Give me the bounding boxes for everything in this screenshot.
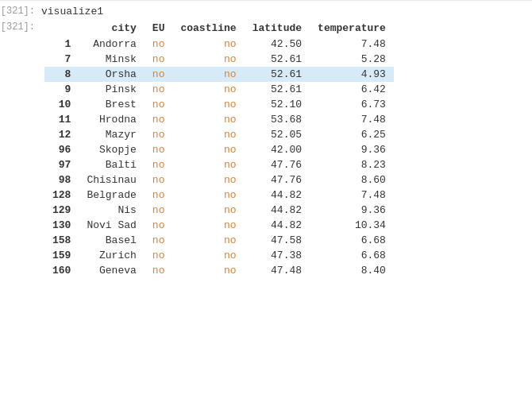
cell-temperature: 6.42 [310, 82, 394, 97]
cell-eu: no [145, 263, 173, 278]
cell-latitude: 44.82 [245, 188, 310, 203]
cell-eu: no [145, 172, 173, 188]
table-row: 130Novi Sadnono44.8210.34 [44, 218, 394, 233]
table-row: 1Andorranono42.507.48 [44, 37, 394, 52]
cell-temperature: 7.48 [310, 37, 394, 52]
cell-index: 1 [44, 37, 79, 52]
cell-coastline: no [172, 188, 244, 203]
cell-eu: no [145, 248, 173, 263]
table-row: 98Chisinaunono47.768.60 [44, 172, 394, 188]
cell-coastline: no [172, 67, 244, 82]
cell-eu: no [145, 37, 173, 52]
cell-index: 9 [44, 82, 79, 97]
cell-index: 97 [44, 157, 79, 172]
cell-city: Zurich [79, 248, 144, 263]
table-row: 10Brestnono52.106.73 [44, 97, 394, 112]
cell-eu: no [145, 142, 173, 157]
cell-index: 159 [44, 248, 79, 263]
cell-coastline: no [172, 142, 244, 157]
cell-city: Basel [79, 233, 144, 248]
cell-coastline: no [172, 112, 244, 127]
cell-city: Pinsk [79, 82, 144, 97]
cell-index: 128 [44, 188, 79, 203]
table-row: 97Baltinono47.768.23 [44, 157, 394, 172]
cell-coastline: no [172, 37, 244, 52]
cell-index: 8 [44, 67, 79, 82]
col-header-city: city [79, 21, 144, 37]
table-row: 129Nisnono44.829.36 [44, 203, 394, 218]
cell-coastline: no [172, 248, 244, 263]
cell-latitude: 44.82 [245, 218, 310, 233]
table-row: 7Minsknono52.615.28 [44, 52, 394, 67]
cell-temperature: 6.25 [310, 127, 394, 142]
cell-latitude: 47.48 [245, 263, 310, 278]
cell-latitude: 53.68 [245, 112, 310, 127]
cell-coastline: no [172, 218, 244, 233]
cell-city: Skopje [79, 142, 144, 157]
cell-coastline: no [172, 233, 244, 248]
cell-temperature: 8.60 [310, 172, 394, 188]
col-header-index [44, 21, 79, 37]
cell-temperature: 7.48 [310, 112, 394, 127]
cell-temperature: 8.23 [310, 157, 394, 172]
cell-latitude: 44.82 [245, 203, 310, 218]
cell-temperature: 4.93 [310, 67, 394, 82]
cell-index: 98 [44, 172, 79, 188]
cell-temperature: 10.34 [310, 218, 394, 233]
cell-index: 129 [44, 203, 79, 218]
cell-city: Mazyr [79, 127, 144, 142]
cell-city: Belgrade [79, 188, 144, 203]
table-row: 128Belgradenono44.827.48 [44, 188, 394, 203]
cell-coastline: no [172, 52, 244, 67]
cell-temperature: 7.48 [310, 188, 394, 203]
table-row: 8Orshanono52.614.93 [44, 67, 394, 82]
cell-city: Balti [79, 157, 144, 172]
cell-eu: no [145, 127, 173, 142]
table-row: 12Mazyrnono52.056.25 [44, 127, 394, 142]
cell-coastline: no [172, 157, 244, 172]
col-header-temperature: temperature [310, 21, 394, 37]
cell-index: 130 [44, 218, 79, 233]
cell-latitude: 47.58 [245, 233, 310, 248]
col-header-latitude: latitude [245, 21, 310, 37]
cell-eu: no [145, 112, 173, 127]
table-header-row: city EU coastline latitude temperature [44, 21, 394, 37]
cell-coastline: no [172, 263, 244, 278]
table-row: 158Baselnono47.586.68 [44, 233, 394, 248]
output-label: [321]: [0, 21, 41, 33]
cell-city: Nis [79, 203, 144, 218]
cell-city: Novi Sad [79, 218, 144, 233]
cell-latitude: 52.61 [245, 52, 310, 67]
cell-city: Minsk [79, 52, 144, 67]
cell-temperature: 6.68 [310, 248, 394, 263]
cell-temperature: 5.28 [310, 52, 394, 67]
cell-temperature: 8.40 [310, 263, 394, 278]
cell-latitude: 47.76 [245, 157, 310, 172]
table-row: 11Hrodnanono53.687.48 [44, 112, 394, 127]
cell-coastline: no [172, 127, 244, 142]
cell-index: 10 [44, 97, 79, 112]
cell-eu: no [145, 97, 173, 112]
cell-eu: no [145, 157, 173, 172]
cell-latitude: 42.50 [245, 37, 310, 52]
cell-eu: no [145, 218, 173, 233]
col-header-coastline: coastline [172, 21, 244, 37]
cell-index: 7 [44, 52, 79, 67]
cell-latitude: 52.05 [245, 127, 310, 142]
cell-eu: no [145, 52, 173, 67]
cell-coastline: no [172, 97, 244, 112]
table-row: 9Pinsknono52.616.42 [44, 82, 394, 97]
input-code: visualize1 [41, 4, 103, 17]
cell-index: 160 [44, 263, 79, 278]
cell-city: Orsha [79, 67, 144, 82]
cell-city: Brest [79, 97, 144, 112]
cell-index: 96 [44, 142, 79, 157]
cell-temperature: 6.68 [310, 233, 394, 248]
cell-city: Chisinau [79, 172, 144, 188]
cell-eu: no [145, 188, 173, 203]
table-row: 159Zurichnono47.386.68 [44, 248, 394, 263]
cell-eu: no [145, 82, 173, 97]
cell-temperature: 9.36 [310, 142, 394, 157]
cell-city: Geneva [79, 263, 144, 278]
cell-eu: no [145, 203, 173, 218]
